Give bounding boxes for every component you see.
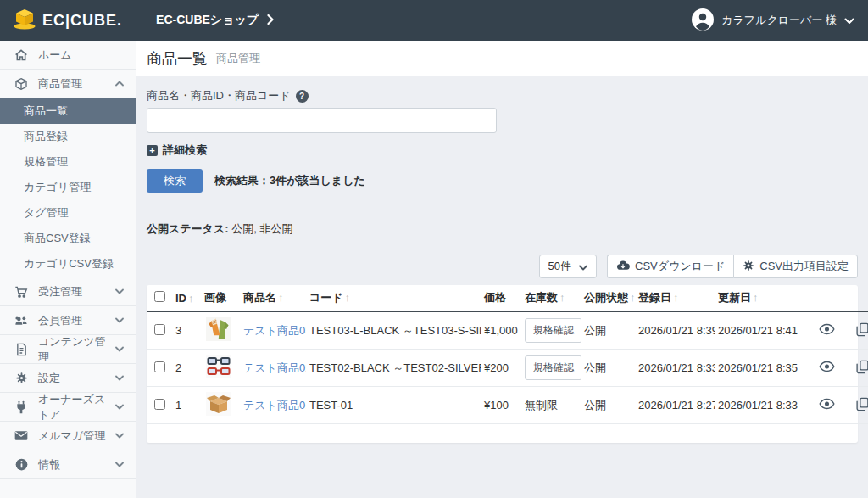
col-id[interactable]: ID↑ (172, 285, 201, 311)
chevron-up-icon (115, 81, 124, 87)
ec-cube-logo[interactable]: EC|CUBE. (14, 8, 122, 32)
sidebar-item-content[interactable]: コンテンツ管理 (0, 335, 136, 364)
page-subtitle: 商品管理 (216, 51, 260, 66)
users-icon (14, 314, 28, 327)
preview-button[interactable] (817, 359, 837, 377)
sidebar-item-tag-management[interactable]: タグ管理 (0, 200, 136, 226)
shop-name-link[interactable]: EC-CUBEショップ (156, 13, 274, 28)
sidebar-item-customer[interactable]: 会員管理 (0, 306, 136, 335)
cell-price: ¥100 (481, 387, 521, 424)
advanced-search-toggle[interactable]: + 詳細検索 (147, 143, 858, 158)
sidebar-item-category-csv[interactable]: カテゴリCSV登録 (0, 251, 136, 277)
product-search-input[interactable] (147, 108, 497, 133)
preview-button[interactable] (817, 322, 837, 339)
col-name[interactable]: 商品名↑ (240, 285, 306, 311)
shop-name-label: EC-CUBEショップ (156, 13, 259, 28)
sort-arrow-icon: ↑ (673, 291, 679, 304)
duplicate-button[interactable] (854, 395, 868, 416)
sidebar-item-label: 設定 (38, 371, 115, 386)
csv-download-label: CSVダウンロード (635, 259, 725, 274)
cell-status: 公開 (581, 350, 635, 387)
select-all-checkbox[interactable] (154, 291, 165, 302)
sidebar-item-product[interactable]: 商品管理 (0, 70, 136, 98)
cell-code: TEST03-L-BLACK ～TEST03-S-SILVER (306, 311, 481, 350)
csv-settings-button[interactable]: CSV出力項目設定 (733, 255, 858, 278)
publish-status-line: 公開ステータス: 公開, 非公開 (147, 221, 858, 237)
account-menu[interactable]: カラフルクローバー 様 (692, 8, 854, 33)
main-content: 商品一覧 商品管理 商品名・商品ID・商品コード ? + 詳細検索 検索 検索結… (136, 41, 868, 498)
sidebar-item-info[interactable]: 情報 (0, 450, 136, 479)
table-toolbar: 50件 CSVダウンロード (147, 255, 858, 278)
product-name-link[interactable]: テスト商品03 (243, 324, 306, 337)
search-label-row: 商品名・商品ID・商品コード ? (147, 88, 858, 104)
document-icon (14, 343, 28, 356)
shell: ホーム 商品管理 商品一覧 商品登録 規格管理 カテゴリ管理 タグ管理 商品CS… (0, 41, 868, 498)
clothes-image (204, 316, 233, 343)
row-checkbox[interactable] (154, 361, 165, 372)
sidebar-item-home[interactable]: ホーム (0, 41, 136, 70)
search-result-text: 検索結果：3件が該当しました (214, 173, 365, 188)
spec-check-button[interactable]: 規格確認 (525, 355, 581, 380)
sidebar-item-label: ホーム (38, 48, 124, 63)
app: EC|CUBE. EC-CUBEショップ カラフルクローバー 様 (0, 0, 868, 498)
duplicate-button[interactable] (854, 358, 868, 378)
copy-icon (856, 322, 868, 337)
cell-code: TEST-01 (306, 387, 481, 424)
cell-id: 1 (172, 387, 201, 424)
cart-icon (14, 285, 28, 299)
col-updated[interactable]: 更新日↑ (715, 285, 808, 311)
sort-arrow-icon: ↑ (559, 291, 565, 304)
sort-arrow-icon: ↑ (345, 291, 351, 304)
sort-arrow-icon: ↑ (753, 291, 759, 304)
eye-icon (819, 361, 835, 372)
eye-icon (819, 398, 835, 410)
sidebar-item-product-list[interactable]: 商品一覧 (0, 98, 136, 124)
avatar (692, 8, 714, 33)
copy-icon (856, 397, 868, 411)
col-created[interactable]: 登録日↑ (635, 285, 715, 311)
sidebar-item-label: 会員管理 (38, 313, 115, 328)
csv-settings-label: CSV出力項目設定 (760, 259, 849, 274)
content-area: 商品名・商品ID・商品コード ? + 詳細検索 検索 検索結果：3件が該当しまし… (136, 76, 868, 443)
sidebar-item-setting[interactable]: 設定 (0, 364, 136, 393)
cell-created: 2026/01/21 8:27 (635, 387, 715, 424)
sidebar-item-product-csv[interactable]: 商品CSV登録 (0, 226, 136, 251)
sidebar-item-owners-store[interactable]: オーナーズストア (0, 393, 136, 422)
sidebar-item-label: 商品管理 (38, 76, 115, 92)
product-name-link[interactable]: テスト商品01 (243, 399, 306, 411)
plug-icon (14, 400, 28, 414)
row-checkbox[interactable] (154, 399, 165, 410)
sidebar-item-class-management[interactable]: 規格管理 (0, 149, 136, 175)
gear-icon (743, 260, 754, 274)
chevron-down-icon (579, 260, 587, 273)
cell-updated: 2026/01/21 8:33 (715, 387, 808, 424)
cell-price: ¥1,000 (481, 311, 521, 350)
search-button[interactable]: 検索 (147, 169, 203, 193)
product-name-link[interactable]: テスト商品02 (243, 361, 306, 374)
table-row: 3 テスト商品03 TEST03-L-BLACK ～TEST03-S-SILVE… (147, 311, 868, 350)
sort-arrow-icon: ↑ (278, 291, 284, 304)
sidebar-item-category-management[interactable]: カテゴリ管理 (0, 175, 136, 200)
duplicate-button[interactable] (854, 321, 868, 341)
cell-id: 2 (172, 350, 201, 387)
csv-download-button[interactable]: CSVダウンロード (607, 255, 733, 278)
col-stock[interactable]: 在庫数↑ (521, 285, 581, 311)
col-code[interactable]: コード↑ (306, 285, 481, 311)
col-status[interactable]: 公開状態↑ (581, 285, 635, 311)
ec-cube-logo-icon (14, 8, 36, 32)
cell-created: 2026/01/21 8:33 (635, 350, 715, 387)
chevron-down-icon (115, 375, 124, 381)
sidebar-item-label: 情報 (38, 457, 115, 473)
cell-id: 3 (172, 311, 201, 350)
sidebar-item-mailmaga[interactable]: メルマガ管理 (0, 422, 136, 450)
cell-status: 公開 (581, 311, 635, 350)
preview-button[interactable] (817, 396, 837, 414)
help-icon[interactable]: ? (296, 90, 309, 103)
chevron-down-icon (115, 462, 124, 467)
spec-check-button[interactable]: 規格確認 (525, 318, 581, 343)
page-size-select[interactable]: 50件 (539, 255, 597, 278)
sidebar-item-product-register[interactable]: 商品登録 (0, 124, 136, 149)
row-checkbox[interactable] (154, 324, 165, 335)
plus-square-icon: + (147, 145, 158, 156)
sidebar-item-order[interactable]: 受注管理 (0, 277, 136, 306)
